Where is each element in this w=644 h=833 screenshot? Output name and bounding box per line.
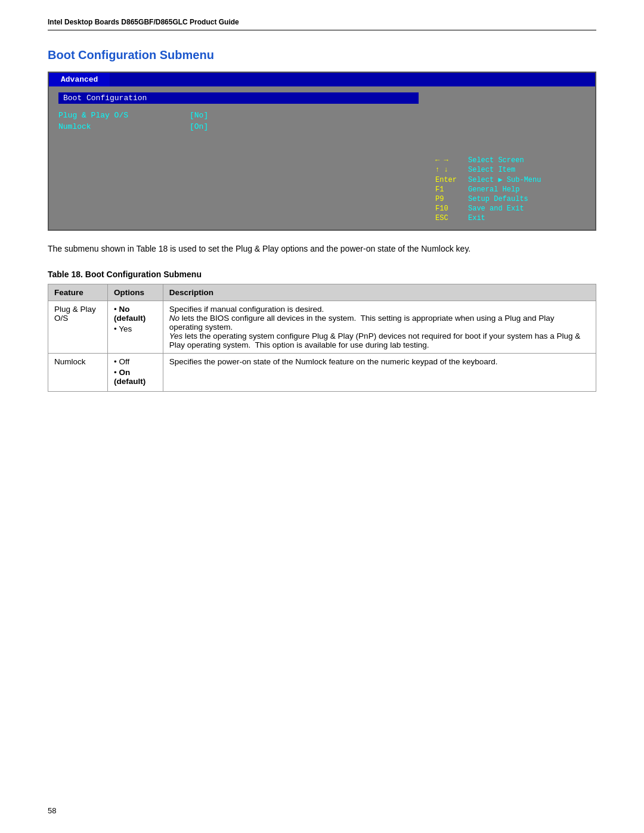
table-row: Plug & Play O/S No (default) Yes Specifi…	[48, 301, 596, 354]
bios-help-p9: P9 Setup Defaults	[435, 195, 588, 203]
bios-help-arrows: ← → Select Screen	[435, 156, 588, 165]
bios-key-f1: F1	[435, 185, 468, 194]
bios-key-enter: Enter	[435, 176, 468, 184]
bios-help-f10: F10 Save and Exit	[435, 205, 588, 213]
description-paragraph: The submenu shown in Table 18 is used to…	[48, 243, 596, 255]
table-title: Table 18. Boot Configuration Submenu	[48, 270, 596, 279]
feature-numlock: Numlock	[48, 354, 108, 392]
desc-pnp: Specifies if manual configuration is des…	[163, 301, 596, 354]
desc-numlock: Specifies the power-on state of the Numl…	[163, 354, 596, 392]
bios-key-f10: F10	[435, 205, 468, 213]
bios-row-pnp: Plug & Play O/S [No]	[58, 111, 419, 120]
bios-help-enter: Enter Select ▶ Sub-Menu	[435, 175, 588, 184]
feature-pnp: Plug & Play O/S	[48, 301, 108, 354]
col-description: Description	[163, 284, 596, 301]
bios-desc-updown: Select Item	[468, 166, 515, 174]
bios-help-esc: ESC Exit	[435, 214, 588, 222]
bios-desc-arrows: Select Screen	[468, 156, 524, 165]
options-numlock: Off On (default)	[107, 354, 163, 392]
table-row: Numlock Off On (default) Specifies the p…	[48, 354, 596, 392]
option-on-default: On (default)	[114, 368, 145, 386]
bios-section-header: Boot Configuration	[58, 92, 419, 104]
bios-row-numlock: Numlock [On]	[58, 122, 419, 131]
col-options: Options	[107, 284, 163, 301]
config-table: Feature Options Description Plug & Play …	[48, 284, 596, 392]
option-no-default: No (default)	[114, 305, 145, 323]
section-title: Boot Configuration Submenu	[48, 48, 596, 62]
bios-key-updown: ↑ ↓	[435, 166, 468, 174]
bios-body: Boot Configuration Plug & Play O/S [No] …	[49, 86, 595, 230]
bios-menubar: Advanced	[49, 73, 595, 86]
bios-label-pnp: Plug & Play O/S	[58, 111, 190, 120]
option-yes: Yes	[119, 324, 132, 333]
bios-key-p9: P9	[435, 195, 468, 203]
bios-key-arrows: ← →	[435, 156, 468, 165]
bios-left-panel: Boot Configuration Plug & Play O/S [No] …	[49, 86, 428, 230]
bios-value-numlock: [On]	[190, 122, 208, 131]
bios-key-esc: ESC	[435, 214, 468, 222]
bios-desc-esc: Exit	[468, 214, 485, 222]
page-number: 58	[48, 806, 56, 815]
bios-desc-f10: Save and Exit	[468, 205, 524, 213]
bios-label-numlock: Numlock	[58, 122, 190, 131]
option-off: Off	[119, 357, 129, 366]
bios-desc-f1: General Help	[468, 185, 519, 194]
col-feature: Feature	[48, 284, 108, 301]
bios-desc-enter: Select ▶ Sub-Menu	[468, 175, 541, 184]
options-pnp: No (default) Yes	[107, 301, 163, 354]
table-header-row: Feature Options Description	[48, 284, 596, 301]
bios-desc-p9: Setup Defaults	[468, 195, 528, 203]
bios-screen: Advanced Boot Configuration Plug & Play …	[48, 72, 596, 231]
bios-menu-advanced: Advanced	[49, 73, 110, 86]
bios-right-panel: ← → Select Screen ↑ ↓ Select Item Enter …	[428, 86, 595, 230]
page-header: Intel Desktop Boards D865GBF/D865GLC Pro…	[48, 18, 596, 30]
bios-help-updown: ↑ ↓ Select Item	[435, 166, 588, 174]
header-title: Intel Desktop Boards D865GBF/D865GLC Pro…	[48, 18, 239, 26]
bios-help-f1: F1 General Help	[435, 185, 588, 194]
bios-value-pnp: [No]	[190, 111, 208, 120]
